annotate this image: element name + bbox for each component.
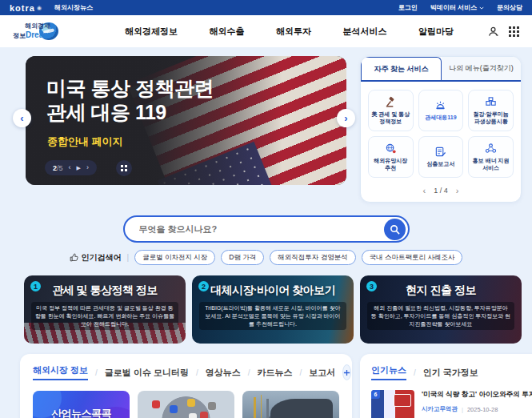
nav-item-export[interactable]: 해외수출 — [210, 26, 245, 38]
bottom-section: 해외시장 정보 / 글로벌 이슈 모니터링 / 영상뉴스 / 카드뉴스 / 보고… — [20, 354, 522, 418]
keyword-tag[interactable]: 해외직접투자 경영분석 — [270, 250, 355, 265]
news-card-thumbnail[interactable] — [138, 391, 234, 418]
service-promo-banner-support[interactable]: 홍보 배너 지원 서비스 — [468, 136, 514, 178]
siren-icon — [434, 99, 446, 111]
services-next-icon[interactable] — [456, 186, 459, 195]
user-icon[interactable] — [487, 26, 499, 38]
tab-popular-country-info[interactable]: 인기 국가정보 — [423, 367, 478, 379]
hero-page-total: 5 — [59, 164, 63, 172]
tab-separator: / — [248, 368, 250, 377]
chevron-down-icon — [479, 6, 484, 10]
nav-item-overseas-economy[interactable]: 해외경제정보 — [125, 26, 178, 38]
market-news-tabs: 해외시장 정보 / 글로벌 이슈 모니터링 / 영상뉴스 / 카드뉴스 / 보고… — [33, 364, 339, 380]
service-tariff-119[interactable]: 관세대응119 — [418, 90, 464, 131]
service-label: 홍보 배너 지원 서비스 — [470, 157, 511, 171]
card-local-entry-info[interactable]: 3 현지 진출 정보 해외 진출에 필요한 최신법령, 시장동향, 투자유망분야… — [360, 275, 522, 344]
keyword-tag[interactable]: D램 가격 — [221, 250, 264, 265]
popular-news-panel: 인기뉴스 / 인기 국가정보 6 '미국의 식량 창고' 아이오와주의 투자 기… — [360, 354, 532, 418]
services-prev-icon[interactable] — [423, 186, 426, 195]
contact-link[interactable]: 문의상담 — [497, 3, 522, 12]
service-label: 심층보고서 — [426, 160, 454, 167]
services-page-indicator: 1 / 4 — [434, 187, 448, 195]
quick-services-panel: 자주 찾는 서비스 나의 메뉴(즐겨찾기) 美 관세 및 통상정책정보 관세대응… — [360, 56, 522, 203]
news-card-industry-news[interactable]: 산업뉴스콕콕 산업별 맞춤형 해외시장뉴스 — [33, 391, 130, 418]
popular-news-item[interactable]: 6 '미국의 식량 창고' 아이오와주의 투자 기회 시카고무역관 | 2025… — [371, 390, 532, 418]
card-description: 해외 진출에 필요한 최신법령, 시장동향, 투자유망분야 등 확인하고, 투자… — [367, 302, 514, 330]
service-steel-aluminum-derivatives[interactable]: 철강·알루미늄 파생상품시황 — [468, 90, 514, 131]
topbar: kotra ◉ 해외시장뉴스 로그인 빅데이터 서비스 문의상담 — [0, 0, 532, 15]
logo-brand: Dream — [26, 30, 50, 39]
site-logo[interactable]: 해외경제 정보Dream — [13, 22, 93, 40]
service-indepth-report[interactable]: 심층보고서 — [418, 136, 464, 178]
card-tariff-policy-info[interactable]: 1 관세 및 통상정책 정보 미국 정부 정책에 따른 관세대응 및 글로벌 통… — [24, 275, 186, 344]
hero-slide-grid-button[interactable] — [116, 160, 132, 176]
keyword-tag[interactable]: 국내 스마트팩토리 사례조사 — [362, 250, 463, 265]
quick-services-pagination: 1 / 4 — [361, 183, 521, 202]
search-section: 인기검색어 | 글로벌 이차전지 시장 D램 가격 해외직접투자 경영분석 국내… — [0, 215, 532, 265]
hero-ctrl-prev-icon[interactable] — [69, 164, 71, 171]
gavel-icon — [385, 96, 397, 108]
feature-cards-row: 1 관세 및 통상정책 정보 미국 정부 정책에 따른 관세대응 및 글로벌 통… — [24, 275, 522, 344]
market-news-panel: 해외시장 정보 / 글로벌 이슈 모니터링 / 영상뉴스 / 카드뉴스 / 보고… — [20, 354, 352, 418]
tab-card-news[interactable]: 카드뉴스 — [258, 367, 293, 379]
hero-prev-arrow[interactable] — [13, 109, 31, 127]
card-title: 현지 진출 정보 — [367, 283, 514, 298]
hero-carousel-controls: 2/5 — [45, 160, 97, 175]
nav-item-investment[interactable]: 해외투자 — [276, 26, 311, 38]
card-title: 대체시장·바이어 찾아보기 — [199, 283, 346, 298]
people-network-icon — [485, 143, 497, 155]
card-description: TriBIG(트라이빅)을 활용해 새로운 시장, 바이어를 찾아보세요. AI… — [199, 302, 346, 330]
login-link[interactable]: 로그인 — [398, 3, 418, 12]
tab-frequent-services[interactable]: 자주 찾는 서비스 — [361, 57, 442, 80]
thumbs-up-icon — [70, 253, 78, 262]
divider: | — [127, 253, 130, 262]
service-label: 철강·알루미늄 파생상품시황 — [470, 111, 511, 125]
topbar-site-link[interactable]: 해외시장뉴스 — [54, 3, 93, 12]
more-button[interactable] — [342, 364, 351, 380]
bigdata-service-label: 빅데이터 서비스 — [430, 3, 477, 12]
kotra-logo[interactable]: kotra — [10, 3, 35, 13]
popular-news-tabs: 인기뉴스 / 인기 국가정보 — [371, 364, 532, 380]
search-input[interactable] — [139, 224, 384, 234]
tab-separator: / — [414, 368, 416, 377]
popular-keywords-label: 인기검색어 — [70, 252, 122, 263]
service-label: 관세대응119 — [425, 114, 456, 121]
card-alternative-market-buyers[interactable]: 2 대체시장·바이어 찾아보기 TriBIG(트라이빅)을 활용해 새로운 시장… — [192, 275, 354, 344]
keyword-tag[interactable]: 글로벌 이차전지 시장 — [134, 250, 215, 265]
nav-item-notice[interactable]: 알림마당 — [418, 26, 454, 38]
logo-line1: 해외경제 — [13, 22, 50, 30]
card-description: 미국 정부 정책에 따른 관세대응 및 글로벌 통상 환경 동향을 한눈에 확인… — [31, 302, 178, 330]
news-thumbnails-row: 산업뉴스콕콕 산업별 맞춤형 해외시장뉴스 — [33, 391, 339, 418]
tab-separator: / — [95, 368, 98, 377]
news-card-thumbnail[interactable] — [242, 391, 339, 418]
tab-separator: / — [196, 368, 198, 377]
news-thumbnail: 6 — [371, 390, 414, 418]
nav-menu: 해외경제정보 해외수출 해외투자 분석서비스 알림마당 — [93, 26, 487, 38]
search-button[interactable] — [384, 219, 406, 240]
news-card-title: 산업뉴스콕콕 — [51, 407, 111, 418]
nav-item-analysis[interactable]: 분석서비스 — [343, 26, 387, 38]
bigdata-service-link[interactable]: 빅데이터 서비스 — [430, 3, 484, 12]
tab-video-news[interactable]: 영상뉴스 — [206, 367, 241, 379]
quick-services-tabs: 자주 찾는 서비스 나의 메뉴(즐겨찾기) — [361, 57, 521, 82]
tab-popular-news[interactable]: 인기뉴스 — [371, 364, 406, 380]
tab-overseas-market-info[interactable]: 해외시장 정보 — [33, 364, 88, 380]
logo-line2: 정보 — [13, 32, 26, 39]
service-us-tariff-policy[interactable]: 美 관세 및 통상정책정보 — [368, 90, 414, 131]
tab-report[interactable]: 보고서 — [309, 367, 335, 379]
popular-keywords-row: 인기검색어 | 글로벌 이차전지 시장 D램 가격 해외직접투자 경영분석 국내… — [70, 250, 463, 265]
tab-global-issue-monitoring[interactable]: 글로벌 이슈 모니터링 — [105, 367, 189, 379]
hero-next-arrow[interactable] — [337, 109, 355, 127]
service-promising-markets[interactable]: 해외유망시장 추천 — [368, 136, 414, 178]
hero-ctrl-next-icon[interactable] — [86, 164, 89, 171]
plus-icon — [343, 369, 350, 376]
quick-services-grid: 美 관세 및 통상정책정보 관세대응119 철강·알루미늄 파생상품시황 해외유… — [361, 82, 521, 183]
all-menu-grid-icon[interactable] — [509, 26, 519, 37]
hero-ctrl-play-icon[interactable] — [77, 164, 81, 171]
report-pen-icon — [434, 146, 446, 158]
tab-my-menu[interactable]: 나의 메뉴(즐겨찾기) — [442, 57, 521, 80]
hero-subtitle: 종합안내 페이지 — [47, 135, 123, 149]
popular-keywords-text: 인기검색어 — [82, 252, 122, 263]
hero-banner[interactable]: 미국 통상 정책관련 관세 대응 119 종합안내 페이지 2/5 — [26, 56, 346, 185]
service-label: 美 관세 및 통상정책정보 — [370, 111, 411, 125]
